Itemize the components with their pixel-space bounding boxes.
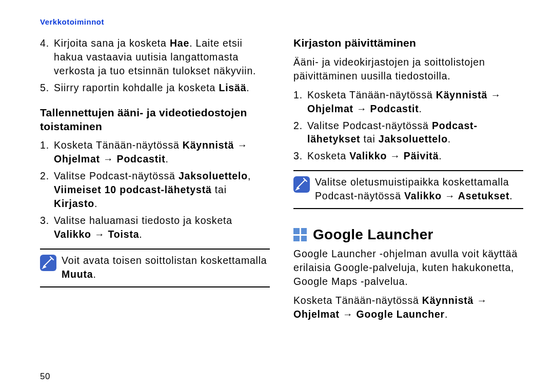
text: , xyxy=(248,170,251,181)
text: Kosketa Tänään-näytössä xyxy=(293,295,422,306)
list-number: 2. xyxy=(40,169,54,183)
list-number: 1. xyxy=(40,138,54,152)
list-number: 5. xyxy=(40,81,54,95)
page: Verkkotoiminnot 4. Kirjoita sana ja kosk… xyxy=(0,0,554,392)
bold-text: Hae xyxy=(170,37,189,49)
text: Kosketa Tänään-näytössä xyxy=(54,139,183,151)
bold-text: Jaksoluettelo xyxy=(379,133,448,145)
ordered-list: 1. Kosketa Tänään-näytössä Käynnistä → O… xyxy=(293,88,523,163)
continued-ordered-list: 4. Kirjoita sana ja kosketa Hae. Laite e… xyxy=(40,36,270,95)
note-box: Voit avata toisen soittolistan koskettam… xyxy=(40,249,270,287)
text: Kosketa xyxy=(307,150,349,161)
list-item: 3. Kosketa Valikko → Päivitä. xyxy=(293,149,523,163)
text: . xyxy=(448,133,451,145)
bold-text: Valikko → Toista xyxy=(54,229,139,240)
text: . xyxy=(166,153,169,164)
text: . xyxy=(94,198,97,209)
note-box: Valitse oletusmuistipaikka koskettamalla… xyxy=(293,170,523,209)
text: tai xyxy=(360,133,378,145)
ordered-list: 1. Kosketa Tänään-näytössä Käynnistä → O… xyxy=(40,138,270,241)
text: . xyxy=(509,190,512,201)
text: Siirry raportin kohdalle ja kosketa xyxy=(54,82,219,93)
list-number: 2. xyxy=(293,119,307,133)
paragraph: Google Launcher -ohjelman avulla voit kä… xyxy=(293,247,523,288)
list-number: 3. xyxy=(40,214,54,228)
note-text: Voit avata toisen soittolistan koskettam… xyxy=(62,254,270,281)
list-body: Kirjoita sana ja kosketa Hae. Laite etsi… xyxy=(54,36,270,78)
list-number: 1. xyxy=(293,88,307,102)
list-item: 4. Kirjoita sana ja kosketa Hae. Laite e… xyxy=(40,36,270,78)
section-heading: Tallennettujen ääni- ja videotiedostojen… xyxy=(40,106,270,134)
note-icon xyxy=(293,176,310,193)
text: tai xyxy=(212,184,227,195)
text: Voit avata toisen soittolistan koskettam… xyxy=(62,255,267,266)
chapter-heading-row: Google Launcher xyxy=(293,226,523,243)
bold-text: Viimeiset 10 podcast-lähetystä xyxy=(54,184,212,195)
list-body: Valitse Podcast-näytössä Jaksoluettelo, … xyxy=(54,169,270,211)
text: . xyxy=(139,229,142,240)
left-column: 4. Kirjoita sana ja kosketa Hae. Laite e… xyxy=(40,36,270,326)
text: . xyxy=(445,308,448,320)
list-body: Kosketa Tänään-näytössä Käynnistä → Ohje… xyxy=(54,138,270,166)
text: Kirjoita sana ja kosketa xyxy=(54,37,170,49)
bold-text: Jaksoluettelo xyxy=(179,170,248,181)
windows-icon xyxy=(293,228,307,241)
right-column: Kirjaston päivittäminen Ääni- ja videoki… xyxy=(293,36,523,326)
list-body: Siirry raportin kohdalle ja kosketa Lisä… xyxy=(54,81,270,95)
list-body: Valitse haluamasi tiedosto ja kosketa Va… xyxy=(54,214,270,241)
text: . xyxy=(93,269,96,280)
paragraph: Ääni- ja videokirjastojen ja soittolisto… xyxy=(293,55,523,83)
list-item: 2. Valitse Podcast-näytössä Podcast-lähe… xyxy=(293,119,523,147)
page-number: 50 xyxy=(40,372,50,382)
bold-text: Muuta xyxy=(62,269,93,280)
text: Valitse Podcast-näytössä xyxy=(307,120,432,131)
list-body: Kosketa Tänään-näytössä Käynnistä → Ohje… xyxy=(307,88,523,116)
chapter-heading: Google Launcher xyxy=(313,226,433,243)
text: . xyxy=(439,150,442,161)
text: Kosketa Tänään-näytössä xyxy=(307,89,436,100)
list-item: 1. Kosketa Tänään-näytössä Käynnistä → O… xyxy=(40,138,270,166)
text: Valitse Podcast-näytössä xyxy=(54,170,179,181)
section-heading: Kirjaston päivittäminen xyxy=(293,36,523,50)
list-number: 4. xyxy=(40,36,54,50)
list-item: 2. Valitse Podcast-näytössä Jaksoluettel… xyxy=(40,169,270,211)
list-body: Valitse Podcast-näytössä Podcast-lähetyk… xyxy=(307,119,523,147)
list-body: Kosketa Valikko → Päivitä. xyxy=(307,149,523,163)
note-text: Valitse oletusmuistipaikka koskettamalla… xyxy=(315,175,523,203)
bold-text: Lisää xyxy=(219,82,246,93)
bold-text: Valikko → Päivitä xyxy=(349,150,439,161)
list-item: 5. Siirry raportin kohdalle ja kosketa L… xyxy=(40,81,270,95)
text: Valitse haluamasi tiedosto ja kosketa xyxy=(54,215,232,226)
bold-text: Kirjasto xyxy=(54,198,94,209)
list-item: 3. Valitse haluamasi tiedosto ja kosketa… xyxy=(40,214,270,241)
text: . xyxy=(246,82,249,93)
text: . xyxy=(419,103,422,114)
two-column-layout: 4. Kirjoita sana ja kosketa Hae. Laite e… xyxy=(40,36,523,326)
list-item: 1. Kosketa Tänään-näytössä Käynnistä → O… xyxy=(293,88,523,116)
running-header: Verkkotoiminnot xyxy=(40,17,523,26)
paragraph: Kosketa Tänään-näytössä Käynnistä → Ohje… xyxy=(293,294,523,321)
bold-text: Valikko → Asetukset xyxy=(404,190,509,201)
note-icon xyxy=(40,255,56,271)
list-number: 3. xyxy=(293,149,307,163)
